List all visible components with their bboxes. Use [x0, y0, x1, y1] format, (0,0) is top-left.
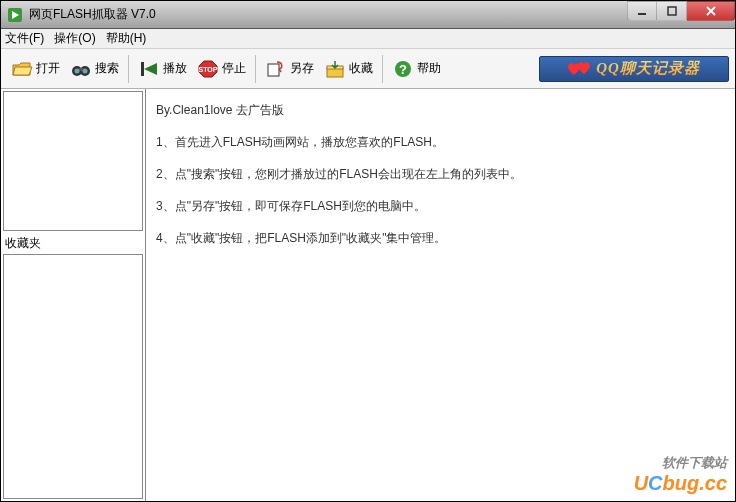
menu-operate[interactable]: 操作(O) [54, 30, 95, 47]
close-button[interactable] [687, 1, 735, 21]
search-button[interactable]: 搜索 [66, 56, 123, 82]
stop-icon: STOP [197, 58, 219, 80]
play-button[interactable]: 播放 [134, 56, 191, 82]
svg-point-7 [83, 68, 88, 73]
favorites-panel[interactable] [3, 254, 143, 499]
hearts-icon [568, 61, 592, 77]
search-label: 搜索 [95, 60, 119, 77]
stop-label: 停止 [222, 60, 246, 77]
instruction-line: 1、首先进入FLASH动画网站，播放您喜欢的FLASH。 [156, 133, 725, 151]
ad-banner[interactable]: QQ聊天记录器 [539, 56, 729, 82]
help-icon: ? [392, 58, 414, 80]
svg-rect-1 [638, 13, 646, 15]
menu-file[interactable]: 文件(F) [5, 30, 44, 47]
titlebar: 网页FLASH抓取器 V7.0 [1, 1, 735, 29]
svg-text:?: ? [399, 62, 407, 77]
toolbar-separator [128, 55, 129, 83]
svg-rect-2 [668, 7, 676, 15]
svg-point-6 [75, 68, 80, 73]
window-title: 网页FLASH抓取器 V7.0 [29, 6, 627, 23]
help-label: 帮助 [417, 60, 441, 77]
toolbar-separator [255, 55, 256, 83]
instruction-line: 2、点"搜索"按钮，您刚才播放过的FLASH会出现在左上角的列表中。 [156, 165, 725, 183]
saveas-label: 另存 [290, 60, 314, 77]
play-icon [138, 58, 160, 80]
menubar: 文件(F) 操作(O) 帮助(H) [1, 29, 735, 49]
open-label: 打开 [36, 60, 60, 77]
export-icon [265, 58, 287, 80]
open-button[interactable]: 打开 [7, 56, 64, 82]
saveas-button[interactable]: 另存 [261, 56, 318, 82]
instruction-line: By.Clean1love 去广告版 [156, 101, 725, 119]
window-controls [627, 1, 735, 21]
minimize-button[interactable] [627, 1, 657, 21]
content-area: 收藏夹 By.Clean1love 去广告版 1、首先进入FLASH动画网站，播… [1, 89, 735, 501]
svg-text:STOP: STOP [199, 66, 218, 73]
folder-open-icon [11, 58, 33, 80]
flash-list-panel[interactable] [3, 91, 143, 231]
main-panel: By.Clean1love 去广告版 1、首先进入FLASH动画网站，播放您喜欢… [146, 89, 735, 501]
favorite-box-icon [324, 58, 346, 80]
instruction-line: 4、点"收藏"按钮，把FLASH添加到"收藏夹"集中管理。 [156, 229, 725, 247]
favorites-label: 收藏夹 [5, 235, 141, 252]
menu-help[interactable]: 帮助(H) [106, 30, 147, 47]
binoculars-icon [70, 58, 92, 80]
app-icon [7, 7, 23, 23]
maximize-button[interactable] [657, 1, 687, 21]
stop-button[interactable]: STOP 停止 [193, 56, 250, 82]
favorite-button[interactable]: 收藏 [320, 56, 377, 82]
ad-text: QQ聊天记录器 [596, 59, 700, 78]
favorite-label: 收藏 [349, 60, 373, 77]
toolbar-separator [382, 55, 383, 83]
instruction-line: 3、点"另存"按钮，即可保存FLASH到您的电脑中。 [156, 197, 725, 215]
help-button[interactable]: ? 帮助 [388, 56, 445, 82]
sidebar: 收藏夹 [1, 89, 146, 501]
svg-rect-10 [268, 64, 279, 76]
svg-rect-5 [79, 68, 83, 71]
toolbar: 打开 搜索 播放 STOP 停止 另存 收藏 ? 帮助 QQ聊天记录器 [1, 49, 735, 89]
play-label: 播放 [163, 60, 187, 77]
